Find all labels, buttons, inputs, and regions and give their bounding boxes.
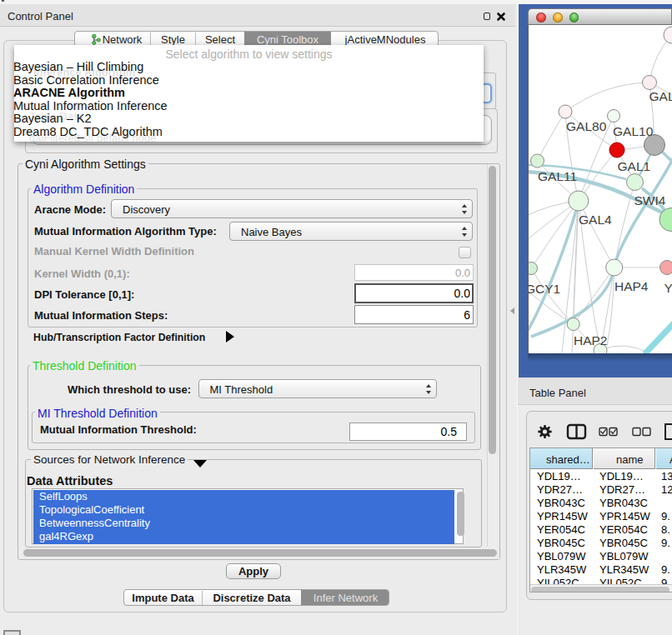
svg-text:HAP2: HAP2 [574,333,608,348]
svg-text:GAL10: GAL10 [613,124,654,138]
svg-text:SWI4: SWI4 [634,193,666,208]
svg-text:GAL11: GAL11 [538,169,577,183]
svg-text:GAL7: GAL7 [649,89,672,103]
svg-text:GAL4: GAL4 [579,212,612,227]
svg-text:GCY1: GCY1 [529,282,560,296]
svg-text:HAP4: HAP4 [614,279,649,293]
svg-text:YN: YN [664,281,672,295]
svg-text:GAL1: GAL1 [618,159,651,173]
svg-text:GAL80: GAL80 [566,119,607,133]
